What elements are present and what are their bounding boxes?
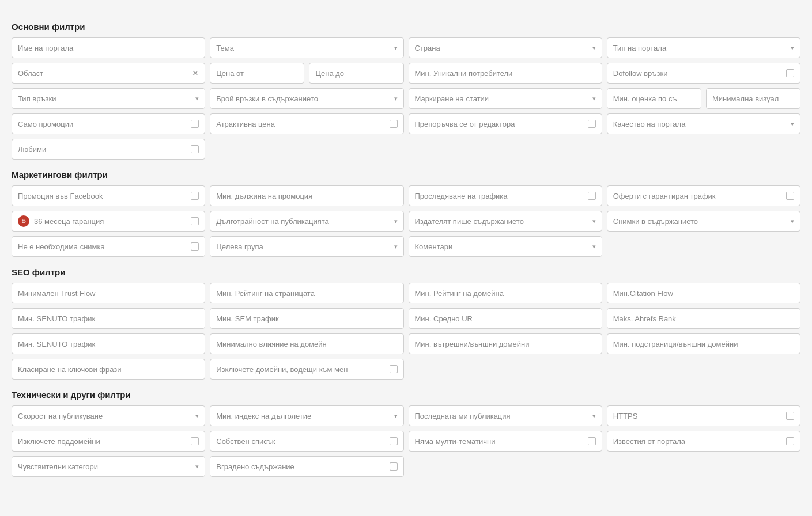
guaranteed-traffic-label: Оферти с гарантиран трафик (613, 192, 783, 200)
only-promos-cell: Само промоции (12, 113, 205, 134)
last-my-publication-dropdown[interactable]: Последната ми публикация ▾ (409, 405, 602, 426)
checkbox[interactable] (191, 145, 199, 153)
target-group-dropdown[interactable]: Целева група ▾ (210, 236, 403, 257)
target-group-label: Целева група (216, 242, 390, 251)
checkbox[interactable] (390, 462, 398, 471)
portal-type-dropdown[interactable]: Тип на портала ▾ (607, 37, 800, 58)
no-multi-thematic-checkbox-field[interactable]: Няма мулти-тематични (409, 431, 602, 451)
min-int-ext-domains-input[interactable]: Мин. вътрешни/външни домейни (409, 333, 602, 354)
checkbox[interactable] (588, 192, 596, 200)
min-page-rating-input[interactable]: Мин. Рейтинг на страницата (210, 283, 403, 303)
portal-name-input[interactable]: Име на портала (12, 37, 205, 58)
checkbox[interactable] (390, 437, 398, 445)
checkbox[interactable] (191, 192, 199, 200)
article-marking-label: Маркиране на статии (415, 94, 589, 103)
min-avg-ur-input[interactable]: Мин. Средно UR (409, 308, 602, 329)
section-title-basic-filters: Основни филтри (12, 22, 800, 32)
checkbox[interactable] (390, 120, 398, 128)
min-longevity-index-dropdown[interactable]: Мин. индекс на дълголетие ▾ (210, 405, 403, 426)
min-promo-length-cell: Мин. дължина на промоция (210, 185, 403, 206)
min-senuto-traffic-input[interactable]: Мин. SENUTO трафик (12, 308, 205, 329)
favorites-checkbox-field[interactable]: Любими (12, 139, 205, 160)
section-technical-filters: Технически и други филтри Скорост на пуб… (12, 390, 800, 477)
comments-dropdown[interactable]: Коментари ▾ (409, 236, 602, 257)
dofollow-cell: Dofollow връзки (607, 63, 800, 84)
min-citation-flow-input[interactable]: Мин.Citation Flow (607, 283, 800, 303)
embedded-content-checkbox-field[interactable]: Вградено съдържание (210, 456, 403, 477)
comments-label: Коментари (415, 242, 589, 251)
sensitive-categories-dropdown[interactable]: Чувствителни категори ▾ (12, 456, 205, 477)
own-list-checkbox-field[interactable]: Собствен списък (210, 431, 403, 451)
traffic-tracking-checkbox-field[interactable]: Проследяване на трафика (409, 185, 602, 206)
editor-recommended-checkbox-field[interactable]: Препоръчва се от редактора (409, 113, 602, 134)
min-int-ext-domains-cell: Мин. вътрешни/външни домейни (409, 333, 602, 354)
min-domain-influence-input[interactable]: Минимално влияние на домейн (210, 333, 403, 354)
min-page-rating-label: Мин. Рейтинг на страницата (216, 289, 397, 298)
link-type-dropdown[interactable]: Тип връзки ▾ (12, 88, 205, 109)
empty-cell (409, 139, 602, 160)
checkbox[interactable] (786, 69, 794, 77)
min-unique-users-input[interactable]: Мин. Уникални потребители (409, 63, 602, 84)
min-unique-users-label: Мин. Уникални потребители (415, 69, 596, 78)
clear-icon[interactable]: ✕ (192, 69, 199, 78)
embedded-content-label: Вградено съдържание (216, 462, 386, 471)
dofollow-checkbox-field[interactable]: Dofollow връзки (607, 63, 800, 84)
filter-row: Скорост на публикуване ▾ Мин. индекс на … (12, 405, 800, 426)
empty-cell (409, 456, 602, 477)
only-promos-checkbox-field[interactable]: Само промоции (12, 113, 205, 134)
checkbox[interactable] (588, 120, 596, 128)
min-senuto-traffic2-input[interactable]: Мин. SENUTO трафик (12, 333, 205, 354)
keyword-ranking-cell: Класиране на ключови фрази (12, 359, 205, 380)
article-marking-dropdown[interactable]: Маркиране на статии ▾ (409, 88, 602, 109)
section-title-technical-filters: Технически и други филтри (12, 390, 800, 400)
checkbox[interactable] (390, 365, 398, 373)
min-domain-influence-cell: Минимално влияние на домейн (210, 333, 403, 354)
topic-dropdown[interactable]: Тема ▾ (210, 37, 403, 58)
checkbox[interactable] (786, 412, 794, 420)
min-rating-two-a-label: Мин. оценка по съ (613, 94, 695, 103)
publish-speed-dropdown[interactable]: Скорост на публикуване ▾ (12, 405, 205, 426)
country-dropdown[interactable]: Страна ▾ (409, 37, 602, 58)
min-promo-length-input[interactable]: Мин. дължина на промоция (210, 185, 403, 206)
images-in-content-dropdown[interactable]: Снимки в съдържанието ▾ (607, 211, 800, 232)
portal-notifications-checkbox-field[interactable]: Известия от портала (607, 431, 800, 451)
price-from-input[interactable]: Цена от (210, 63, 304, 84)
keyword-ranking-input[interactable]: Класиране на ключови фрази (12, 359, 205, 380)
checkbox[interactable] (786, 437, 794, 445)
exclude-subdomains-checkbox-field[interactable]: Изключете поддомейни (12, 431, 205, 451)
min-trust-flow-input[interactable]: Минимален Trust Flow (12, 283, 205, 303)
region-input[interactable]: Област ✕ (12, 63, 205, 84)
price-range-cell: Цена от Цена до (210, 63, 403, 84)
links-in-content-dropdown[interactable]: Брой връзки в съдържанието ▾ (210, 88, 403, 109)
country-label: Страна (415, 44, 589, 52)
checkbox[interactable] (786, 192, 794, 200)
facebook-promo-checkbox-field[interactable]: Промоция във Facebook (12, 185, 205, 206)
checkbox[interactable] (191, 120, 199, 128)
price-to-input[interactable]: Цена до (309, 63, 403, 84)
max-ahrefs-rank-input[interactable]: Maks. Ahrefs Rank (607, 308, 800, 329)
longevity-dropdown[interactable]: Дълготрайност на публикацията ▾ (210, 211, 403, 232)
guaranteed-traffic-checkbox-field[interactable]: Оферти с гарантиран трафик (607, 185, 800, 206)
exclude-domains-me-label: Изключете домейни, водещи към мен (216, 365, 386, 374)
min-subpages-ext-input[interactable]: Мин. подстраници/външни домейни (607, 333, 800, 354)
portal-quality-dropdown[interactable]: Качество на портала ▾ (607, 113, 800, 134)
min-rating-two-a-input[interactable]: Мин. оценка по съ (607, 88, 701, 109)
min-subpages-ext-cell: Мин. подстраници/външни домейни (607, 333, 800, 354)
checkbox[interactable] (191, 242, 199, 251)
min-sem-traffic-input[interactable]: Мин. SEM трафик (210, 308, 403, 329)
badge-icon: ⚙ (18, 215, 29, 227)
min-rating-two-b-input[interactable]: Минимална визуал (706, 88, 800, 109)
checkbox[interactable] (191, 217, 199, 225)
guarantee-36-checkbox-field[interactable]: ⚙ 36 месеца гаранция (12, 211, 205, 232)
https-checkbox-field[interactable]: HTTPS (607, 405, 800, 426)
publisher-writes-dropdown[interactable]: Издателят пише съдържанието ▾ (409, 211, 602, 232)
portal-quality-label: Качество на портала (613, 120, 787, 128)
min-domain-rating-input[interactable]: Мин. Рейтинг на домейна (409, 283, 602, 303)
traffic-tracking-label: Проследяване на трафика (415, 192, 584, 200)
checkbox[interactable] (191, 437, 199, 445)
favorites-label: Любими (18, 145, 187, 154)
checkbox[interactable] (588, 437, 596, 445)
attractive-price-checkbox-field[interactable]: Атрактивна цена (210, 113, 403, 134)
exclude-domains-me-checkbox-field[interactable]: Изключете домейни, водещи към мен (210, 359, 403, 380)
no-image-needed-checkbox-field[interactable]: Не е необходима снимка (12, 236, 205, 257)
